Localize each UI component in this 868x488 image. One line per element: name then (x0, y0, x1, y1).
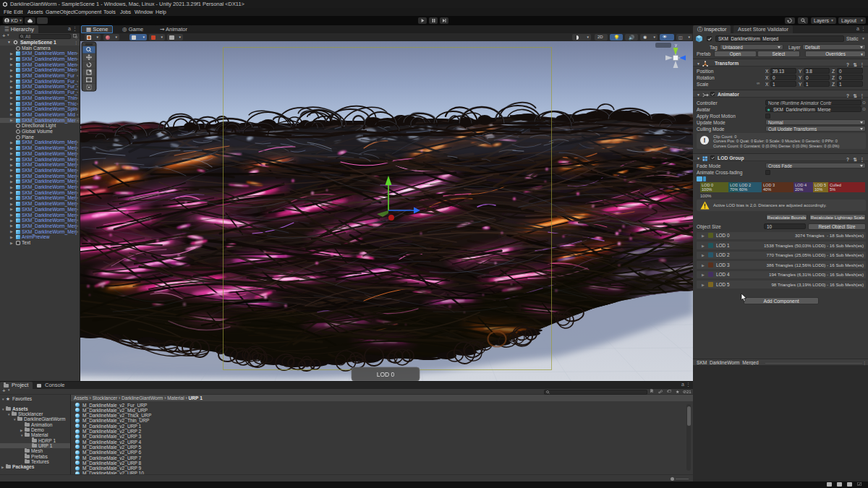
svg-text:y: y (675, 43, 677, 47)
svg-text:LOD 0: LOD 0 (377, 371, 395, 378)
